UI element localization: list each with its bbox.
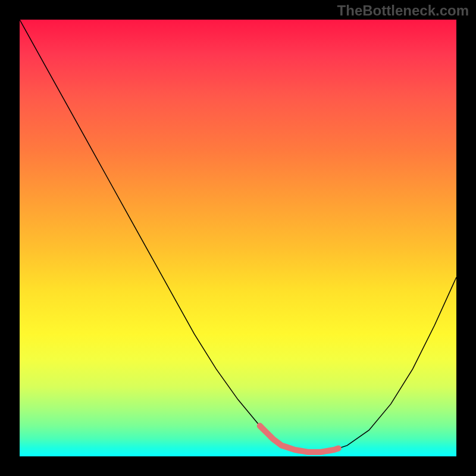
watermark-text: TheBottleneck.com: [337, 2, 469, 19]
chart-svg: [20, 20, 456, 456]
optimal-range-highlight: [260, 426, 339, 452]
bottleneck-curve-line: [20, 20, 456, 452]
chart-plot-area: [20, 20, 456, 456]
